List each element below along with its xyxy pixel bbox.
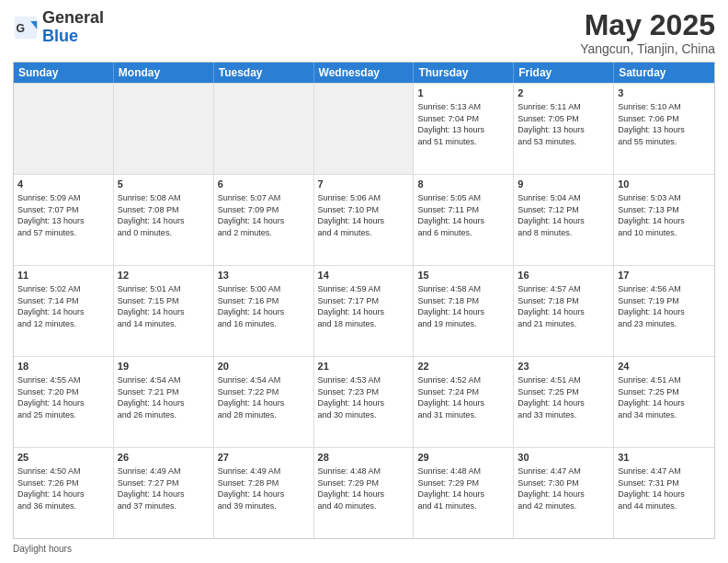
calendar-cell: 27Sunrise: 4:49 AM Sunset: 7:28 PM Dayli… xyxy=(214,448,314,538)
calendar-cell xyxy=(114,84,214,174)
day-number: 6 xyxy=(218,178,310,191)
cell-info: Sunrise: 5:08 AM Sunset: 7:08 PM Dayligh… xyxy=(118,192,210,238)
title-block: May 2025 Yangcun, Tianjin, China xyxy=(580,9,715,56)
calendar-cell: 16Sunrise: 4:57 AM Sunset: 7:18 PM Dayli… xyxy=(514,266,614,356)
footer-text: Daylight hours xyxy=(13,544,72,554)
cell-info: Sunrise: 4:53 AM Sunset: 7:23 PM Dayligh… xyxy=(318,374,410,420)
cell-info: Sunrise: 4:48 AM Sunset: 7:29 PM Dayligh… xyxy=(417,465,509,511)
svg-text:G: G xyxy=(17,22,26,35)
cell-info: Sunrise: 5:11 AM Sunset: 7:05 PM Dayligh… xyxy=(518,101,609,147)
day-number: 8 xyxy=(417,178,509,191)
cell-info: Sunrise: 5:00 AM Sunset: 7:16 PM Dayligh… xyxy=(218,283,310,329)
cell-info: Sunrise: 4:59 AM Sunset: 7:17 PM Dayligh… xyxy=(318,283,410,329)
cell-info: Sunrise: 5:01 AM Sunset: 7:15 PM Dayligh… xyxy=(118,283,210,329)
header-day-saturday: Saturday xyxy=(614,63,714,83)
logo-icon: G xyxy=(13,15,39,40)
day-number: 4 xyxy=(17,178,109,191)
calendar-cell: 20Sunrise: 4:54 AM Sunset: 7:22 PM Dayli… xyxy=(214,357,314,447)
day-number: 22 xyxy=(417,360,509,373)
header-day-wednesday: Wednesday xyxy=(314,63,415,83)
day-number: 21 xyxy=(318,360,410,373)
cell-info: Sunrise: 4:55 AM Sunset: 7:20 PM Dayligh… xyxy=(17,374,109,420)
cell-info: Sunrise: 5:05 AM Sunset: 7:11 PM Dayligh… xyxy=(417,192,509,238)
cell-info: Sunrise: 5:03 AM Sunset: 7:13 PM Dayligh… xyxy=(618,192,711,238)
calendar-cell xyxy=(314,84,415,174)
calendar-row-4: 25Sunrise: 4:50 AM Sunset: 7:26 PM Dayli… xyxy=(14,447,714,538)
header-day-thursday: Thursday xyxy=(414,63,514,83)
calendar-cell: 31Sunrise: 4:47 AM Sunset: 7:31 PM Dayli… xyxy=(614,448,714,538)
cell-info: Sunrise: 4:51 AM Sunset: 7:25 PM Dayligh… xyxy=(618,374,711,420)
footer: Daylight hours xyxy=(13,544,715,554)
day-number: 14 xyxy=(318,269,410,282)
calendar-cell: 9Sunrise: 5:04 AM Sunset: 7:12 PM Daylig… xyxy=(514,175,614,265)
day-number: 16 xyxy=(518,269,609,282)
header: G General Blue May 2025 Yangcun, Tianjin… xyxy=(13,9,715,56)
calendar-cell: 13Sunrise: 5:00 AM Sunset: 7:16 PM Dayli… xyxy=(214,266,314,356)
calendar-cell: 11Sunrise: 5:02 AM Sunset: 7:14 PM Dayli… xyxy=(14,266,114,356)
logo-text: General Blue xyxy=(42,9,104,46)
calendar-cell: 26Sunrise: 4:49 AM Sunset: 7:27 PM Dayli… xyxy=(114,448,214,538)
day-number: 29 xyxy=(417,451,509,465)
day-number: 19 xyxy=(118,360,210,373)
cell-info: Sunrise: 4:49 AM Sunset: 7:28 PM Dayligh… xyxy=(218,465,310,511)
cell-info: Sunrise: 4:48 AM Sunset: 7:29 PM Dayligh… xyxy=(318,465,410,511)
header-day-sunday: Sunday xyxy=(14,63,114,83)
calendar-row-3: 18Sunrise: 4:55 AM Sunset: 7:20 PM Dayli… xyxy=(14,356,714,447)
month-title: May 2025 xyxy=(580,9,715,41)
day-number: 9 xyxy=(518,178,609,191)
day-number: 20 xyxy=(218,360,310,373)
cell-info: Sunrise: 4:47 AM Sunset: 7:31 PM Dayligh… xyxy=(618,465,711,511)
calendar-cell: 3Sunrise: 5:10 AM Sunset: 7:06 PM Daylig… xyxy=(614,84,714,174)
cell-info: Sunrise: 4:57 AM Sunset: 7:18 PM Dayligh… xyxy=(518,283,609,329)
header-day-friday: Friday xyxy=(514,63,614,83)
cell-info: Sunrise: 5:09 AM Sunset: 7:07 PM Dayligh… xyxy=(17,192,109,238)
calendar-cell: 25Sunrise: 4:50 AM Sunset: 7:26 PM Dayli… xyxy=(14,448,114,538)
calendar-cell: 30Sunrise: 4:47 AM Sunset: 7:30 PM Dayli… xyxy=(514,448,614,538)
header-day-monday: Monday xyxy=(114,63,214,83)
calendar-cell: 24Sunrise: 4:51 AM Sunset: 7:25 PM Dayli… xyxy=(614,357,714,447)
day-number: 25 xyxy=(17,451,109,465)
calendar-cell xyxy=(214,84,314,174)
day-number: 28 xyxy=(318,451,410,465)
calendar-body: 1Sunrise: 5:13 AM Sunset: 7:04 PM Daylig… xyxy=(14,83,714,538)
calendar-row-0: 1Sunrise: 5:13 AM Sunset: 7:04 PM Daylig… xyxy=(14,83,714,174)
day-number: 30 xyxy=(518,451,609,465)
calendar-row-2: 11Sunrise: 5:02 AM Sunset: 7:14 PM Dayli… xyxy=(14,265,714,356)
day-number: 7 xyxy=(318,178,410,191)
day-number: 17 xyxy=(618,269,711,282)
day-number: 1 xyxy=(417,86,509,100)
cell-info: Sunrise: 4:49 AM Sunset: 7:27 PM Dayligh… xyxy=(118,465,210,511)
day-number: 5 xyxy=(118,178,210,191)
calendar-cell: 23Sunrise: 4:51 AM Sunset: 7:25 PM Dayli… xyxy=(514,357,614,447)
cell-info: Sunrise: 4:52 AM Sunset: 7:24 PM Dayligh… xyxy=(417,374,509,420)
calendar-cell: 8Sunrise: 5:05 AM Sunset: 7:11 PM Daylig… xyxy=(414,175,514,265)
calendar-cell: 2Sunrise: 5:11 AM Sunset: 7:05 PM Daylig… xyxy=(514,84,614,174)
page: G General Blue May 2025 Yangcun, Tianjin… xyxy=(0,0,728,563)
calendar-cell: 21Sunrise: 4:53 AM Sunset: 7:23 PM Dayli… xyxy=(314,357,415,447)
calendar-cell: 5Sunrise: 5:08 AM Sunset: 7:08 PM Daylig… xyxy=(114,175,214,265)
day-number: 27 xyxy=(218,451,310,465)
calendar-cell xyxy=(14,84,114,174)
header-day-tuesday: Tuesday xyxy=(214,63,314,83)
cell-info: Sunrise: 4:51 AM Sunset: 7:25 PM Dayligh… xyxy=(518,374,609,420)
calendar-cell: 17Sunrise: 4:56 AM Sunset: 7:19 PM Dayli… xyxy=(614,266,714,356)
day-number: 13 xyxy=(218,269,310,282)
day-number: 11 xyxy=(17,269,109,282)
calendar-header: SundayMondayTuesdayWednesdayThursdayFrid… xyxy=(14,63,714,83)
cell-info: Sunrise: 5:13 AM Sunset: 7:04 PM Dayligh… xyxy=(417,101,509,147)
cell-info: Sunrise: 5:07 AM Sunset: 7:09 PM Dayligh… xyxy=(218,192,310,238)
calendar-cell: 4Sunrise: 5:09 AM Sunset: 7:07 PM Daylig… xyxy=(14,175,114,265)
calendar-cell: 6Sunrise: 5:07 AM Sunset: 7:09 PM Daylig… xyxy=(214,175,314,265)
calendar-cell: 12Sunrise: 5:01 AM Sunset: 7:15 PM Dayli… xyxy=(114,266,214,356)
calendar-cell: 14Sunrise: 4:59 AM Sunset: 7:17 PM Dayli… xyxy=(314,266,415,356)
calendar-cell: 18Sunrise: 4:55 AM Sunset: 7:20 PM Dayli… xyxy=(14,357,114,447)
day-number: 12 xyxy=(118,269,210,282)
location: Yangcun, Tianjin, China xyxy=(580,41,715,56)
day-number: 31 xyxy=(618,451,711,465)
cell-info: Sunrise: 4:56 AM Sunset: 7:19 PM Dayligh… xyxy=(618,283,711,329)
calendar-cell: 15Sunrise: 4:58 AM Sunset: 7:18 PM Dayli… xyxy=(414,266,514,356)
cell-info: Sunrise: 4:50 AM Sunset: 7:26 PM Dayligh… xyxy=(17,465,109,511)
calendar-cell: 29Sunrise: 4:48 AM Sunset: 7:29 PM Dayli… xyxy=(414,448,514,538)
day-number: 15 xyxy=(417,269,509,282)
cell-info: Sunrise: 5:06 AM Sunset: 7:10 PM Dayligh… xyxy=(318,192,410,238)
